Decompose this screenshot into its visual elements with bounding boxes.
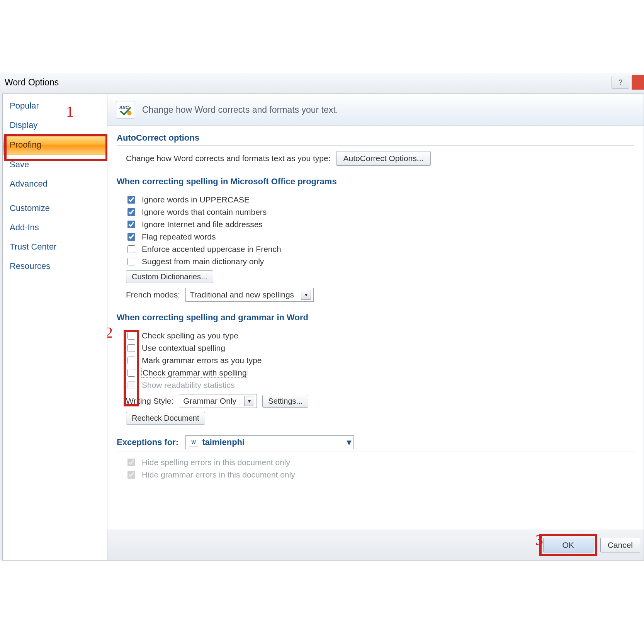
section-office-spelling-title: When correcting spelling in Microsoft Of…	[117, 173, 634, 189]
svg-text:ABC: ABC	[119, 105, 129, 110]
lbl-hide-grammar-errors: Hide grammar errors in this document onl…	[142, 470, 295, 479]
autocorrect-desc: Change how Word corrects and formats tex…	[126, 154, 331, 163]
writing-style-select[interactable]: Grammar Only ▾	[179, 394, 257, 408]
abc-check-icon: ABC	[116, 101, 135, 119]
lbl-enforce-accented: Enforce accented uppercase in French	[142, 245, 281, 254]
chevron-down-icon: ▾	[301, 290, 311, 300]
french-modes-label: French modes:	[126, 290, 180, 299]
close-button[interactable]	[632, 75, 644, 90]
sidebar: Popular Display Proofing Save Advanced C…	[3, 94, 107, 560]
lbl-flag-repeated: Flag repeated words	[142, 232, 216, 241]
settings-button-label: Settings...	[268, 397, 302, 406]
writing-style-label: Writing Style:	[126, 396, 173, 406]
cb-grammar-with-spelling[interactable]	[127, 369, 135, 377]
lbl-ignore-numbers: Ignore words that contain numbers	[142, 207, 267, 217]
cb-check-spelling-type[interactable]	[127, 332, 135, 340]
ok-button[interactable]: OK	[543, 538, 593, 552]
cb-suggest-main-dict[interactable]	[127, 258, 135, 265]
cb-mark-grammar[interactable]	[127, 357, 135, 364]
annotation-number-3: 3	[535, 531, 543, 549]
sidebar-item-resources[interactable]: Resources	[3, 257, 107, 276]
lbl-hide-spelling-errors: Hide spelling errors in this document on…	[142, 458, 290, 467]
lbl-mark-grammar: Mark grammar errors as you type	[142, 356, 262, 365]
annotation-number-2: 2	[107, 323, 113, 342]
autocorrect-options-label: AutoCorrect Options...	[343, 154, 424, 163]
sidebar-item-display[interactable]: Display	[3, 116, 107, 135]
exceptions-label: Exceptions for:	[117, 437, 178, 447]
sidebar-item-proofing[interactable]: Proofing	[3, 135, 107, 155]
cb-enforce-accented[interactable]	[127, 245, 135, 253]
lbl-ignore-uppercase: Ignore words in UPPERCASE	[142, 195, 250, 204]
lbl-readability: Show readability statistics	[142, 381, 234, 390]
document-icon: W	[189, 438, 198, 447]
dialog-titlebar[interactable]: Word Options ?	[0, 73, 644, 92]
section-autocorrect-title: AutoCorrect options	[117, 129, 634, 146]
word-options-dialog: Word Options ? Popular Display Proofing …	[0, 73, 644, 561]
sidebar-item-popular[interactable]: Popular	[3, 96, 107, 116]
sidebar-item-addins[interactable]: Add-Ins	[3, 218, 107, 237]
settings-button[interactable]: Settings...	[262, 395, 308, 408]
custom-dictionaries-button[interactable]: Custom Dictionaries...	[126, 270, 213, 283]
cb-flag-repeated[interactable]	[127, 233, 135, 241]
lbl-contextual-spelling: Use contextual spelling	[142, 343, 225, 353]
ok-button-label: OK	[562, 540, 574, 550]
lbl-ignore-internet: Ignore Internet and file addresses	[142, 220, 263, 229]
cb-ignore-uppercase[interactable]	[127, 196, 135, 204]
dialog-footer: 3 OK Cancel	[107, 530, 644, 560]
writing-style-value: Grammar Only	[183, 396, 241, 406]
panel-heading: Change how Word corrects and formats you…	[142, 105, 338, 115]
exceptions-document-value: taimienphi	[202, 437, 245, 447]
cancel-button-label: Cancel	[608, 540, 633, 550]
sidebar-item-trustcenter[interactable]: Trust Center	[3, 237, 107, 257]
sidebar-separator	[3, 196, 107, 196]
chevron-down-icon: ▾	[244, 396, 254, 406]
french-modes-select[interactable]: Traditional and new spellings ▾	[185, 288, 314, 302]
french-modes-value: Traditional and new spellings	[190, 290, 298, 299]
cb-readability	[127, 381, 135, 389]
help-button[interactable]: ?	[612, 76, 629, 89]
cb-contextual-spelling[interactable]	[127, 344, 135, 352]
section-word-spelling-title: When correcting spelling and grammar in …	[117, 309, 634, 325]
lbl-suggest-main-dict: Suggest from main dictionary only	[142, 257, 264, 266]
custom-dictionaries-label: Custom Dictionaries...	[132, 272, 207, 281]
sidebar-item-advanced[interactable]: Advanced	[3, 174, 107, 194]
cb-hide-grammar-errors	[127, 471, 135, 479]
cb-ignore-internet[interactable]	[127, 221, 135, 228]
cb-ignore-numbers[interactable]	[127, 208, 135, 216]
lbl-grammar-with-spelling: Check grammar with spelling	[142, 368, 248, 377]
dialog-title: Word Options	[5, 77, 59, 88]
help-icon: ?	[619, 78, 622, 87]
sidebar-item-customize[interactable]: Customize	[3, 199, 107, 218]
panel-header: ABC Change how Word corrects and formats…	[107, 94, 644, 126]
chevron-down-icon: ▾	[347, 437, 351, 447]
lbl-check-spelling-type: Check spelling as you type	[142, 331, 238, 340]
recheck-document-button[interactable]: Recheck Document	[126, 412, 205, 425]
autocorrect-options-button[interactable]: AutoCorrect Options...	[336, 151, 431, 166]
exceptions-document-select[interactable]: W taimienphi ▾	[185, 435, 354, 449]
sidebar-item-save[interactable]: Save	[3, 155, 107, 174]
svg-point-1	[127, 111, 131, 115]
cancel-button[interactable]: Cancel	[600, 538, 640, 552]
recheck-document-label: Recheck Document	[132, 414, 199, 423]
main-panel: ABC Change how Word corrects and formats…	[107, 94, 644, 560]
cb-hide-spelling-errors	[127, 459, 135, 466]
